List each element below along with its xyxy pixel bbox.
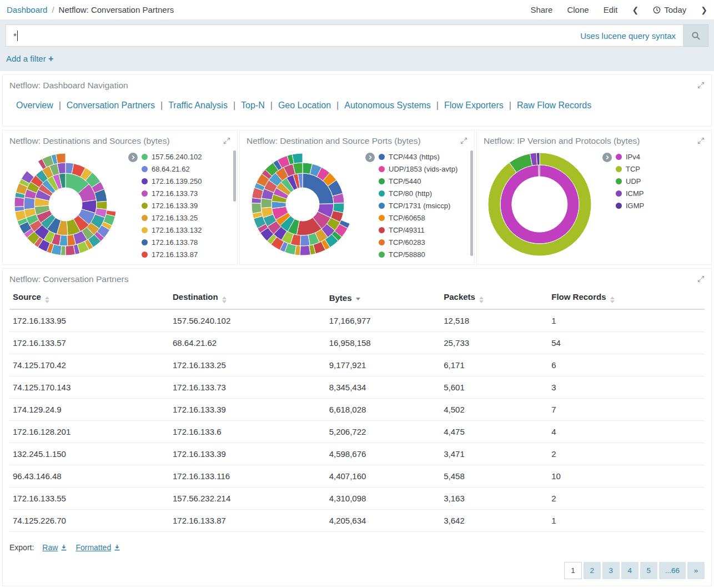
chart-segment[interactable] — [536, 153, 540, 165]
nav-link-conversation-partners[interactable]: Conversation Partners — [67, 100, 155, 110]
page-button-3[interactable]: 3 — [602, 562, 620, 579]
legend-item-172-16-133-132[interactable]: 172.16.133.132 — [142, 226, 202, 234]
sunburst-chart[interactable] — [240, 147, 365, 260]
legend-item-172-16-133-87[interactable]: 172.16.133.87 — [142, 250, 202, 259]
export-raw-link[interactable]: Raw — [42, 543, 67, 552]
legend-toggle-button[interactable] — [365, 153, 375, 162]
legend-item-ipv4[interactable]: IPv4 — [616, 153, 644, 161]
chart-segment[interactable] — [66, 245, 75, 255]
clone-button[interactable]: Clone — [567, 5, 589, 14]
chart-segment[interactable] — [292, 153, 303, 164]
nav-link-traffic-analysis[interactable]: Traffic Analysis — [168, 100, 228, 110]
legend-item-udp[interactable]: UDP — [616, 177, 644, 185]
page-button-1[interactable]: 1 — [564, 562, 582, 579]
page-button-66[interactable]: ...66 — [659, 562, 686, 579]
scrollbar-thumb[interactable] — [470, 150, 473, 256]
legend-item-tcp-5440[interactable]: TCP/5440 — [379, 177, 457, 185]
page-button-2[interactable]: 2 — [584, 562, 601, 579]
legend-item-157-56-240-102[interactable]: 157.56.240.102 — [142, 153, 202, 161]
nav-link-raw-flow-records[interactable]: Raw Flow Records — [517, 100, 591, 110]
legend-toggle-button[interactable] — [602, 153, 612, 162]
chart-segment[interactable] — [56, 153, 66, 163]
scrollbar[interactable] — [470, 150, 473, 260]
legend-item-tcp-58880[interactable]: TCP/58880 — [379, 250, 457, 259]
legend-item-tcp-1731-msiccp[interactable]: TCP/1731 (msiccp) — [379, 202, 457, 210]
column-header-packets[interactable]: Packets — [440, 285, 548, 309]
chart-segment[interactable] — [300, 235, 310, 246]
legend-color-dot — [379, 252, 385, 258]
page-button-4[interactable]: 4 — [621, 562, 638, 579]
chart-segment[interactable] — [24, 197, 35, 209]
legend-color-dot — [142, 154, 148, 160]
column-header-destination[interactable]: Destination — [169, 285, 326, 309]
table-row[interactable]: 96.43.146.48172.16.133.1164,407,1605,458… — [9, 465, 705, 488]
export-bar: Export: Raw Formatted — [3, 532, 711, 554]
sunburst-chart[interactable] — [3, 147, 128, 260]
share-button[interactable]: Share — [530, 5, 552, 14]
edit-button[interactable]: Edit — [604, 5, 618, 14]
donut-chart[interactable] — [477, 147, 602, 260]
legend-label: 172.16.133.25 — [152, 214, 198, 222]
table-cell: 74.125.170.143 — [9, 376, 169, 399]
page-button-5[interactable]: 5 — [640, 562, 657, 579]
legend-item-tcp[interactable]: TCP — [616, 165, 644, 173]
expand-panel-icon[interactable] — [223, 137, 230, 144]
legend-item-172-16-133-39[interactable]: 172.16.133.39 — [142, 202, 202, 210]
legend-item-tcp-60283[interactable]: TCP/60283 — [379, 238, 457, 247]
chart-segment[interactable] — [14, 197, 24, 207]
table-row[interactable]: 174.129.24.9172.16.133.396,618,0284,5027 — [9, 399, 705, 421]
lucene-syntax-link[interactable]: Uses lucene query syntax — [580, 31, 676, 41]
chart-segment[interactable] — [300, 245, 310, 255]
table-row[interactable]: 172.16.128.201172.16.133.65,206,7224,475… — [9, 421, 705, 443]
column-header-bytes[interactable]: Bytes — [326, 285, 441, 309]
export-formatted-link[interactable]: Formatted — [76, 543, 120, 552]
breadcrumb-dashboard-link[interactable]: Dashboard — [7, 5, 47, 14]
search-button[interactable] — [683, 24, 708, 47]
legend-item-172-16-133-78[interactable]: 172.16.133.78 — [142, 238, 202, 247]
page-button-next[interactable]: » — [687, 562, 705, 579]
scrollbar-thumb[interactable] — [233, 150, 236, 202]
legend-label: 172.16.133.39 — [152, 202, 198, 210]
nav-link-autonomous-systems[interactable]: Autonomous Systems — [344, 100, 431, 110]
legend-item-icmp[interactable]: ICMP — [616, 189, 644, 198]
legend-item-igmp[interactable]: IGMP — [616, 202, 644, 210]
expand-panel-icon[interactable] — [460, 137, 467, 144]
table-row[interactable]: 172.16.133.55157.56.232.2144,310,0983,16… — [9, 488, 705, 510]
table-row[interactable]: 74.125.170.42172.16.133.259,177,9216,171… — [9, 354, 705, 376]
chart-segment[interactable] — [539, 165, 540, 177]
expand-panel-icon[interactable] — [697, 82, 705, 89]
legend-item-tcp-80-http[interactable]: TCP/80 (http) — [379, 189, 457, 198]
legend-item-68-64-21-62[interactable]: 68.64.21.62 — [142, 165, 202, 173]
legend-item-172-16-139-250[interactable]: 172.16.139.250 — [142, 177, 202, 185]
expand-panel-icon[interactable] — [697, 137, 705, 144]
query-input[interactable]: * Uses lucene query syntax — [6, 24, 683, 47]
nav-link-geo-location[interactable]: Geo Location — [278, 100, 331, 110]
time-back-button[interactable]: ❮ — [632, 6, 639, 14]
nav-link-top-n[interactable]: Top-N — [241, 100, 265, 110]
chart-segment[interactable] — [252, 203, 262, 214]
nav-separator: | — [59, 100, 61, 110]
table-row[interactable]: 132.245.1.150172.16.133.394,598,6763,471… — [9, 443, 705, 465]
scrollbar[interactable] — [233, 150, 236, 260]
table-cell: 8,345,434 — [326, 376, 441, 399]
nav-link-flow-exporters[interactable]: Flow Exporters — [444, 100, 504, 110]
column-header-flow-records[interactable]: Flow Records — [548, 285, 705, 309]
panel-ip-version-and-protocols: Netflow: IP Version and Protocols (bytes… — [476, 130, 712, 265]
legend-item-172-16-133-25[interactable]: 172.16.133.25 — [142, 214, 202, 222]
add-filter-link[interactable]: Add a filter + — [6, 54, 53, 63]
table-row[interactable]: 74.125.226.70172.16.133.874,205,6343,642… — [9, 510, 705, 532]
table-row[interactable]: 172.16.133.95157.56.240.10217,166,97712,… — [9, 309, 705, 332]
legend-toggle-button[interactable] — [128, 153, 138, 162]
table-row[interactable]: 172.16.133.5768.64.21.6216,958,15825,733… — [9, 332, 705, 354]
time-forward-button[interactable]: ❯ — [701, 6, 707, 14]
legend-item-172-16-133-73[interactable]: 172.16.133.73 — [142, 189, 202, 198]
legend-item-tcp-60658[interactable]: TCP/60658 — [379, 214, 457, 222]
table-row[interactable]: 74.125.170.143172.16.133.738,345,4345,60… — [9, 376, 705, 399]
expand-panel-icon[interactable] — [697, 275, 705, 283]
legend-item-tcp-443-https[interactable]: TCP/443 (https) — [379, 153, 457, 161]
time-picker-button[interactable]: Today — [653, 5, 686, 14]
legend-item-tcp-49311[interactable]: TCP/49311 — [379, 226, 457, 234]
nav-link-overview[interactable]: Overview — [16, 100, 53, 110]
column-header-source[interactable]: Source — [9, 285, 169, 309]
legend-item-udp-1853-vids-avtp[interactable]: UDP/1853 (vids-avtp) — [379, 165, 457, 173]
